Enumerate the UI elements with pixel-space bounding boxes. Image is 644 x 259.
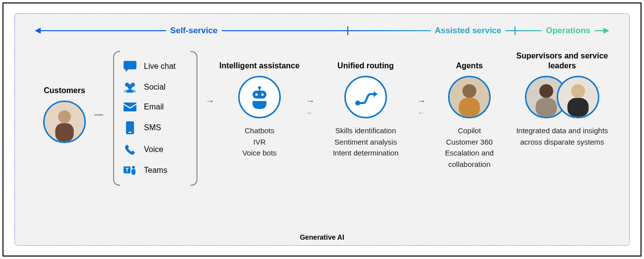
- channel-teams: TTeams: [113, 160, 197, 181]
- supervisors-column: Supervisors and service leaders Integrat…: [515, 51, 609, 148]
- channel-label: Live chat: [144, 62, 176, 71]
- outer-frame: Self-service Assisted service Operations…: [2, 2, 642, 257]
- banner-self-service: Self-service: [166, 26, 221, 36]
- channel-label: Email: [144, 103, 164, 111]
- customer-photo: [43, 101, 86, 143]
- supervisor-photo-2: [557, 76, 599, 118]
- svg-rect-23: [536, 98, 557, 117]
- agents-column: Agents Copilot Customer 360 Escalation a…: [430, 51, 509, 170]
- channel-label: SMS: [144, 123, 161, 132]
- email-icon: [123, 103, 137, 111]
- svg-rect-20: [459, 98, 480, 117]
- svg-rect-8: [129, 132, 131, 133]
- intelligent-title: Intelligent assistance: [219, 51, 300, 71]
- intelligent-column: Intelligent assistance Chatbots IVR Voic…: [217, 51, 302, 159]
- svg-point-25: [571, 84, 585, 98]
- channel-label: Teams: [144, 166, 167, 175]
- teams-icon: T: [123, 165, 137, 176]
- svg-rect-6: [124, 103, 136, 111]
- supervisors-desc: Integrated data and insights across disp…: [515, 125, 609, 148]
- intelligent-items: Chatbots IVR Voice bots: [242, 125, 276, 159]
- agents-title: Agents: [456, 51, 483, 71]
- flow-arrow: →: [202, 97, 217, 105]
- channel-live-chat: Live chat: [113, 56, 197, 77]
- supervisors-title: Supervisors and service leaders: [515, 51, 609, 71]
- customers-column: Customers: [35, 76, 94, 150]
- voice-icon: [123, 144, 137, 155]
- agent-photo: [448, 76, 491, 118]
- channel-sms: SMS: [113, 116, 197, 139]
- supervisor-photos: [525, 76, 599, 118]
- footer-label: Generative AI: [15, 233, 629, 241]
- routing-icon: [344, 76, 387, 118]
- bot-icon: [238, 76, 281, 118]
- svg-point-1: [58, 110, 71, 123]
- diagram-content: Customers Live chat Social Email SMS Voi…: [35, 51, 609, 225]
- svg-rect-14: [253, 91, 266, 99]
- svg-text:T: T: [126, 167, 129, 173]
- sms-icon: [123, 121, 137, 134]
- bracket-left: [113, 51, 120, 186]
- bidirectional-arrow: →←: [413, 97, 430, 117]
- banner-operations: Operations: [542, 26, 594, 36]
- svg-point-16: [261, 94, 264, 96]
- dashed-container: Self-service Assisted service Operations…: [14, 13, 630, 246]
- bidirectional-arrow: →←: [302, 97, 319, 117]
- bracket-right: [191, 51, 197, 186]
- channels-column: Live chat Social Email SMS Voice TTeams: [113, 51, 197, 186]
- svg-point-22: [539, 84, 553, 98]
- channel-email: Email: [113, 98, 197, 116]
- svg-point-11: [132, 166, 135, 169]
- routing-items: Skills identification Sentiment analysis…: [333, 125, 399, 159]
- svg-point-15: [256, 94, 258, 96]
- social-icon: [123, 82, 137, 93]
- svg-rect-13: [259, 88, 260, 91]
- arrow-left-icon: [35, 28, 41, 34]
- svg-point-5: [128, 84, 132, 89]
- channel-label: Social: [144, 83, 166, 92]
- channel-social: Social: [113, 77, 197, 98]
- svg-rect-26: [568, 98, 589, 117]
- svg-point-19: [462, 84, 476, 98]
- connector-line: [94, 114, 103, 115]
- channel-voice: Voice: [113, 139, 197, 160]
- svg-point-17: [355, 101, 360, 105]
- customers-title: Customers: [44, 76, 85, 96]
- arrow-right-icon: [603, 28, 609, 34]
- banner-assisted-service: Assisted service: [431, 26, 505, 36]
- channel-label: Voice: [144, 145, 163, 154]
- routing-column: Unified routing Skills identification Se…: [319, 51, 413, 159]
- agents-items: Copilot Customer 360 Escalation and coll…: [430, 125, 509, 170]
- svg-rect-2: [55, 123, 73, 142]
- routing-title: Unified routing: [337, 51, 394, 71]
- chat-icon: [123, 61, 137, 72]
- service-banner: Self-service Assisted service Operations: [35, 24, 609, 38]
